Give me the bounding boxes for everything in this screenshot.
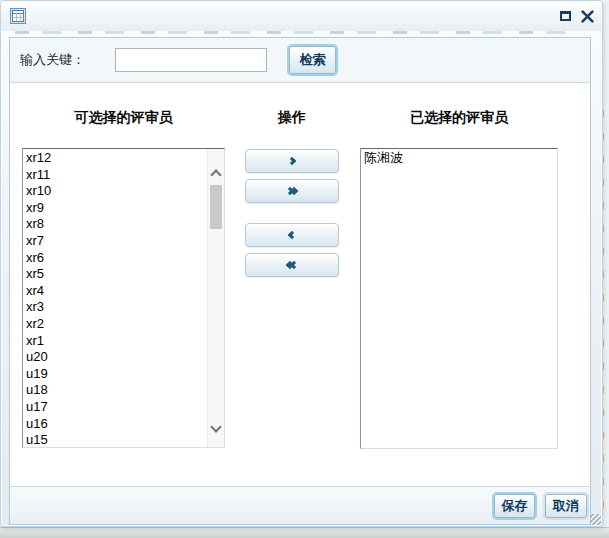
list-item[interactable]: xr11	[26, 167, 224, 184]
list-item[interactable]: xr6	[26, 250, 224, 267]
list-item[interactable]: xr3	[26, 299, 224, 316]
list-item[interactable]: u19	[26, 366, 224, 383]
move-left-button[interactable]	[245, 223, 339, 247]
table-grid-icon	[10, 8, 26, 24]
search-button[interactable]: 检索	[289, 46, 336, 74]
available-reviewers-items: xr12 xr11 xr10 xr9 xr8 xr7 xr6 xr5	[23, 149, 224, 448]
list-item[interactable]: xr2	[26, 316, 224, 333]
move-all-left-button[interactable]	[245, 253, 339, 277]
list-item[interactable]: xr9	[26, 200, 224, 217]
scroll-down-icon[interactable]	[210, 421, 221, 432]
list-item[interactable]: u16	[26, 416, 224, 433]
dialog-titlebar	[1, 1, 602, 31]
chevron-left-icon	[288, 231, 296, 239]
list-item[interactable]: xr4	[26, 283, 224, 300]
list-item[interactable]: u15	[26, 432, 224, 448]
list-item[interactable]: xr1	[26, 333, 224, 350]
selected-reviewers-items: 陈湘波	[361, 149, 557, 167]
background-page-bottom	[0, 527, 609, 538]
keyword-label: 输入关键：	[20, 51, 85, 69]
dialog-footer: 保存 取消	[10, 486, 590, 524]
close-icon	[581, 10, 594, 23]
available-reviewers-list[interactable]: xr12 xr11 xr10 xr9 xr8 xr7 xr6 xr5	[22, 148, 225, 448]
selected-reviewers-list[interactable]: 陈湘波	[360, 148, 558, 449]
list-item[interactable]: xr5	[26, 266, 224, 283]
maximize-icon	[560, 11, 571, 21]
list-item[interactable]: u18	[26, 382, 224, 399]
keyword-input[interactable]	[115, 48, 267, 72]
reviewer-select-dialog: 输入关键： 检索 可选择的评审员 操作 已选择的评审员 xr12 xr11 xr…	[0, 0, 603, 527]
list-item[interactable]: xr7	[26, 233, 224, 250]
list-item[interactable]: u17	[26, 399, 224, 416]
transfer-area: 可选择的评审员 操作 已选择的评审员 xr12 xr11 xr10 xr9 xr…	[10, 83, 590, 486]
list-item[interactable]: xr12	[26, 150, 224, 167]
search-toolbar: 输入关键： 检索	[10, 38, 590, 83]
save-button[interactable]: 保存	[494, 494, 535, 518]
move-right-button[interactable]	[245, 149, 339, 173]
chevron-right-icon	[288, 157, 296, 165]
move-all-right-button[interactable]	[245, 179, 339, 203]
available-reviewers-header: 可选择的评审员	[22, 109, 225, 127]
scroll-up-icon[interactable]	[210, 169, 221, 180]
close-button[interactable]	[580, 9, 594, 23]
list-scrollbar[interactable]	[207, 149, 224, 447]
scrollbar-thumb[interactable]	[210, 185, 222, 229]
background-bleed-decoration	[15, 31, 581, 34]
list-item[interactable]: u20	[26, 349, 224, 366]
selected-reviewers-header: 已选择的评审员	[360, 109, 558, 127]
maximize-button[interactable]	[558, 9, 572, 23]
dialog-body: 输入关键： 检索 可选择的评审员 操作 已选择的评审员 xr12 xr11 xr…	[9, 37, 591, 525]
actions-header: 操作	[245, 109, 339, 127]
list-item[interactable]: xr10	[26, 183, 224, 200]
list-item[interactable]: xr8	[26, 216, 224, 233]
resize-grip[interactable]	[590, 514, 601, 525]
list-item[interactable]: 陈湘波	[364, 150, 557, 167]
cancel-button[interactable]: 取消	[545, 494, 587, 518]
